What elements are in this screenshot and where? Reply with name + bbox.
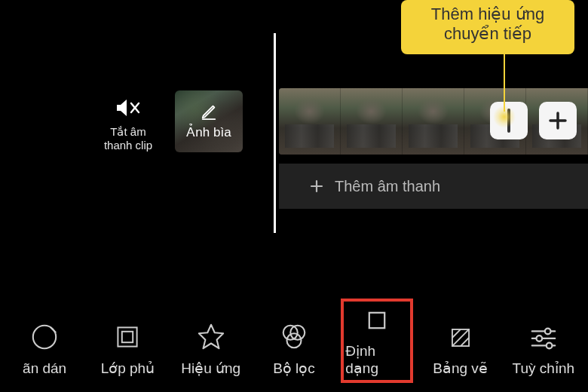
cover-label: Ảnh bìa [186,124,231,140]
tooltip-line1: Thêm hiệu ứng [409,5,567,24]
adjust-tool[interactable]: Tuỳ chỉnh [509,317,578,381]
speaker-mute-icon [115,96,142,119]
effect-label: Hiệu ứng [181,360,240,377]
svg-rect-10 [122,332,133,342]
mute-clip-audio-button[interactable]: Tắt âm thanh clip [94,96,162,152]
cover-thumbnail-button[interactable]: Ảnh bìa [175,90,243,152]
plus-icon [309,179,324,194]
canvas-tool[interactable]: Bảng vẽ [426,317,495,381]
overlay-tool[interactable]: Lớp phủ [93,316,162,381]
filter-label: Bộ lọc [273,360,315,377]
svg-point-13 [286,333,301,348]
sticker-tool[interactable]: ãn dán [10,315,79,381]
svg-line-18 [461,338,469,346]
plus-icon [547,109,569,132]
bottom-toolbar: ãn dán Lớp phủ Hiệu ứng Bộ lọc Định dạng [0,303,588,386]
sliders-icon [529,325,558,351]
playhead-line[interactable] [274,33,276,233]
effect-tool[interactable]: Hiệu ứng [176,314,246,381]
svg-line-17 [452,329,468,346]
format-tool[interactable]: Định dạng [342,300,412,381]
overlay-icon [114,323,141,351]
overlay-label: Lớp phủ [101,360,155,377]
sticker-label: ãn dán [23,360,66,377]
pencil-icon [201,103,217,120]
canvas-label: Bảng vẽ [433,360,488,377]
svg-line-16 [452,329,460,338]
adjust-label: Tuỳ chỉnh [513,360,574,377]
hatch-square-icon [448,325,473,351]
svg-point-22 [536,335,542,341]
filter-icon [280,322,308,351]
audio-label: Thêm âm thanh [335,178,440,195]
mute-label-2: thanh clip [94,139,162,152]
sticker-icon [30,323,59,351]
svg-rect-14 [369,313,384,328]
mute-label-1: Tắt âm [94,125,162,139]
svg-point-24 [547,343,553,349]
add-clip-button[interactable] [539,102,577,139]
svg-rect-9 [118,327,137,346]
transition-tooltip: Thêm hiệu ứng chuyển tiếp [401,0,574,54]
add-audio-track-button[interactable]: Thêm âm thanh [279,164,588,209]
svg-point-20 [545,329,551,335]
filter-tool[interactable]: Bộ lọc [259,314,329,381]
format-label: Định dạng [345,342,409,377]
timeline-frame[interactable] [403,88,464,155]
tooltip-line2: chuyển tiếp [409,24,567,44]
timeline-frame[interactable] [341,88,403,155]
square-icon [364,308,390,333]
star-icon [197,322,225,351]
timeline-frame[interactable] [279,88,341,155]
